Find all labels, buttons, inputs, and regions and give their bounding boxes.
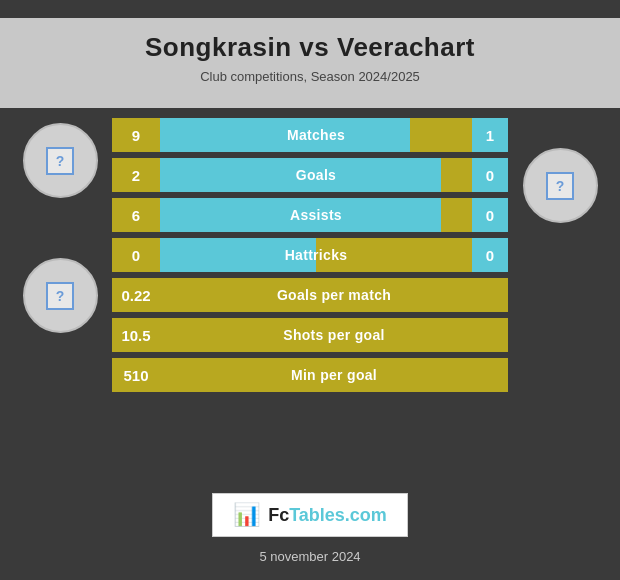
stat-right-value: 0 — [472, 238, 508, 272]
date-label: 5 november 2024 — [259, 545, 360, 570]
stat-row: 0Hattricks0 — [112, 238, 508, 272]
stat-label: Goals — [160, 167, 472, 183]
header-section: Songkrasin vs Veerachart Club competitio… — [0, 18, 620, 108]
stat-left-value: 0 — [112, 238, 160, 272]
stat-label: Assists — [160, 207, 472, 223]
stat-bar: Goals — [160, 158, 472, 192]
stat-label: Goals per match — [160, 287, 508, 303]
stat-bar: Assists — [160, 198, 472, 232]
stat-row: 0.22Goals per match — [112, 278, 508, 312]
stat-left-value: 0.22 — [112, 278, 160, 312]
right-avatar-icon: ? — [546, 172, 574, 200]
stats-section: 9Matches12Goals06Assists00Hattricks00.22… — [110, 118, 510, 479]
main-content: ? ? 9Matches12Goals06Assists00Hattricks0… — [0, 108, 620, 479]
right-avatars: ? — [510, 118, 610, 479]
stat-left-value: 2 — [112, 158, 160, 192]
stat-left-value: 10.5 — [112, 318, 160, 352]
logo-text: FcTables.com — [268, 505, 387, 526]
stat-bar: Matches — [160, 118, 472, 152]
stat-bar: Min per goal — [160, 358, 508, 392]
stat-left-value: 510 — [112, 358, 160, 392]
stat-left-value: 6 — [112, 198, 160, 232]
logo-text-cyan: Tables.com — [289, 505, 387, 525]
stat-left-value: 9 — [112, 118, 160, 152]
stat-bar: Hattricks — [160, 238, 472, 272]
logo-section: 📊 FcTables.com — [0, 479, 620, 545]
left-avatar-icon-top: ? — [46, 147, 74, 175]
left-avatars: ? ? — [10, 118, 110, 479]
logo-chart-icon: 📊 — [233, 502, 260, 528]
right-avatar: ? — [523, 148, 598, 223]
page-subtitle: Club competitions, Season 2024/2025 — [0, 67, 620, 98]
stat-right-value: 0 — [472, 158, 508, 192]
left-avatar-icon-bottom: ? — [46, 282, 74, 310]
stat-row: 9Matches1 — [112, 118, 508, 152]
main-card: Songkrasin vs Veerachart Club competitio… — [0, 0, 620, 580]
stat-label: Shots per goal — [160, 327, 508, 343]
logo-box: 📊 FcTables.com — [212, 493, 408, 537]
stat-right-value: 1 — [472, 118, 508, 152]
left-avatar-bottom: ? — [23, 258, 98, 333]
stat-right-value: 0 — [472, 198, 508, 232]
stat-label: Hattricks — [160, 247, 472, 263]
stat-bar: Shots per goal — [160, 318, 508, 352]
page-title: Songkrasin vs Veerachart — [0, 18, 620, 67]
stat-label: Min per goal — [160, 367, 508, 383]
stat-row: 510Min per goal — [112, 358, 508, 392]
stat-label: Matches — [160, 127, 472, 143]
stat-row: 2Goals0 — [112, 158, 508, 192]
stat-row: 10.5Shots per goal — [112, 318, 508, 352]
stat-bar: Goals per match — [160, 278, 508, 312]
left-avatar-top: ? — [23, 123, 98, 198]
stat-row: 6Assists0 — [112, 198, 508, 232]
